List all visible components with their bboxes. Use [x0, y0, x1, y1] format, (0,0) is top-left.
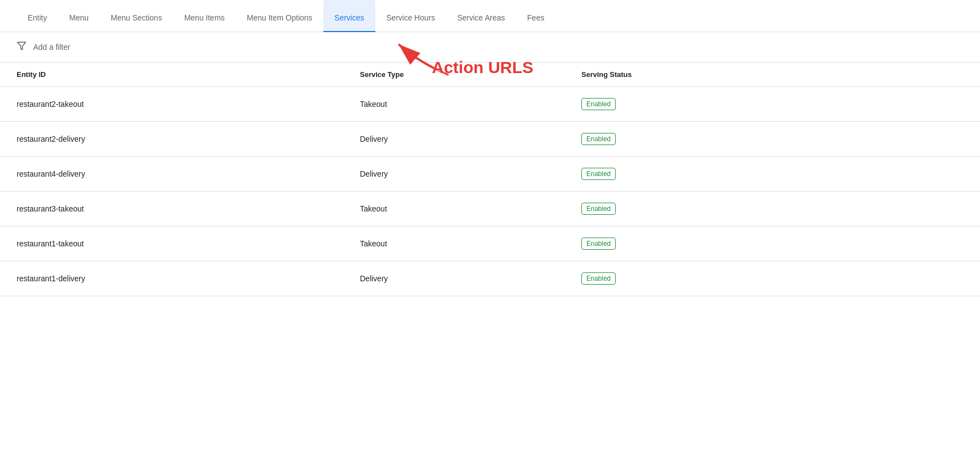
table-row[interactable]: restaurant4-delivery Delivery Enabled	[0, 157, 980, 192]
column-header-service-type: Service Type	[360, 70, 581, 79]
status-badge: Enabled	[581, 168, 616, 180]
cell-entity-id: restaurant3-takeout	[17, 204, 360, 213]
status-badge: Enabled	[581, 203, 616, 215]
tab-menu[interactable]: Menu	[58, 0, 100, 32]
filter-icon	[17, 41, 27, 53]
cell-service-type: Takeout	[360, 204, 581, 213]
cell-entity-id: restaurant1-takeout	[17, 239, 360, 248]
cell-serving-status: Enabled	[581, 133, 963, 145]
cell-serving-status: Enabled	[581, 98, 963, 110]
tab-service-areas[interactable]: Service Areas	[446, 0, 516, 32]
cell-service-type: Delivery	[360, 169, 581, 178]
tab-fees[interactable]: Fees	[516, 0, 555, 32]
cell-service-type: Delivery	[360, 274, 581, 283]
table-row[interactable]: restaurant2-delivery Delivery Enabled	[0, 122, 980, 157]
table-row[interactable]: restaurant3-takeout Takeout Enabled	[0, 192, 980, 226]
tab-entity[interactable]: Entity	[17, 0, 58, 32]
table-row[interactable]: restaurant1-delivery Delivery Enabled	[0, 261, 980, 296]
cell-serving-status: Enabled	[581, 203, 963, 215]
table-row[interactable]: restaurant1-takeout Takeout Enabled	[0, 226, 980, 261]
cell-entity-id: restaurant1-delivery	[17, 274, 360, 283]
cell-serving-status: Enabled	[581, 168, 963, 180]
tab-service-hours[interactable]: Service Hours	[375, 0, 446, 32]
column-header-entity-id: Entity ID	[17, 70, 360, 79]
status-badge: Enabled	[581, 238, 616, 250]
status-badge: Enabled	[581, 98, 616, 110]
tab-navigation: Entity Menu Menu Sections Menu Items Men…	[0, 0, 980, 32]
tab-menu-item-options[interactable]: Menu Item Options	[236, 0, 323, 32]
status-badge: Enabled	[581, 272, 616, 285]
cell-service-type: Delivery	[360, 135, 581, 143]
tab-services[interactable]: Services	[323, 0, 375, 32]
tab-menu-items[interactable]: Menu Items	[173, 0, 236, 32]
cell-entity-id: restaurant2-takeout	[17, 100, 360, 109]
table-row[interactable]: restaurant2-takeout Takeout Enabled	[0, 87, 980, 122]
cell-service-type: Takeout	[360, 239, 581, 248]
cell-serving-status: Enabled	[581, 272, 963, 285]
cell-service-type: Takeout	[360, 100, 581, 109]
cell-entity-id: restaurant2-delivery	[17, 135, 360, 143]
svg-marker-0	[18, 42, 26, 50]
cell-entity-id: restaurant4-delivery	[17, 169, 360, 178]
filter-label[interactable]: Add a filter	[33, 43, 70, 51]
filter-bar: Add a filter	[0, 32, 980, 63]
table-body: restaurant2-takeout Takeout Enabled rest…	[0, 87, 980, 296]
cell-serving-status: Enabled	[581, 238, 963, 250]
column-header-serving-status: Serving Status	[581, 70, 963, 79]
status-badge: Enabled	[581, 133, 616, 145]
table-header: Entity ID Service Type Serving Status	[0, 63, 980, 87]
tab-menu-sections[interactable]: Menu Sections	[100, 0, 173, 32]
